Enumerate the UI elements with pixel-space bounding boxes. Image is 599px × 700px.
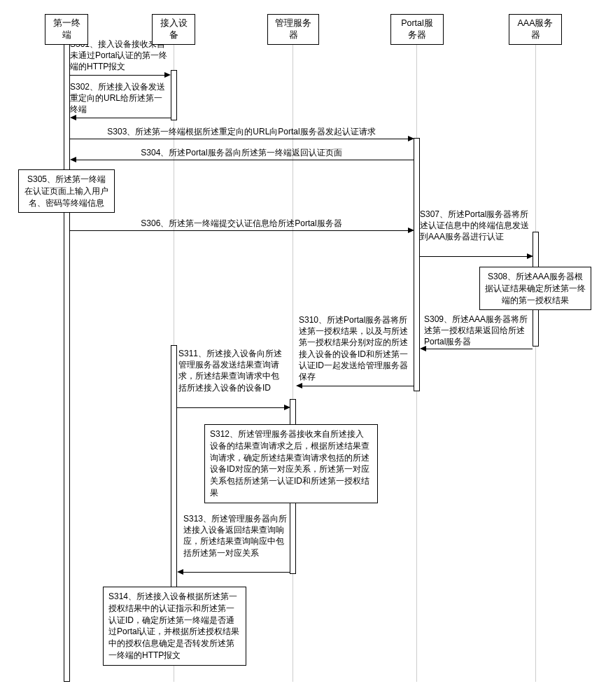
participant-management-server: 管理服务器 (267, 14, 319, 45)
msg-s302-label: S302、所述接入设备发送重定向的URL给所述第一终端 (70, 81, 170, 115)
participant-portal-server: Portal服务器 (390, 14, 444, 45)
msg-s310-label: S310、所述Portal服务器将所述第一授权结果，以及与所述第一授权结果分别对… (299, 314, 411, 382)
arrow-head-icon (296, 383, 302, 388)
activation-p4 (414, 138, 420, 391)
msg-s304-label: S304、所述Portal服务器向所述第一终端返回认证页面 (70, 147, 413, 158)
lifeline-p5 (535, 31, 536, 682)
msg-s309-arrow (426, 349, 533, 349)
msg-s309-label: S309、所述AAA服务器将所述第一授权结果返回给所述Portal服务器 (424, 314, 529, 348)
msg-s311-label: S311、所述接入设备向所述管理服务器发送结果查询请求，所述结果查询请求中包括所… (178, 348, 287, 393)
msg-s307-arrow (420, 256, 527, 257)
note-s312: S312、所述管理服务器接收来自所述接入设备的结果查询请求之后，根据所述结果查询… (204, 424, 378, 503)
arrow-head-icon (164, 72, 171, 78)
msg-s302-arrow (76, 118, 171, 118)
msg-s306-label: S306、所述第一终端提交认证信息给所述Portal服务器 (70, 218, 413, 229)
arrow-head-icon (70, 115, 76, 120)
msg-s303-label: S303、所述第一终端根据所述重定向的URL向Portal服务器发起认证请求 (70, 126, 413, 137)
msg-s304-arrow (76, 160, 414, 160)
msg-s313-label: S313、所述管理服务器向所述接入设备返回结果查询响应，所述结果查询响应中包括所… (183, 513, 290, 559)
msg-s306-arrow (70, 230, 408, 231)
note-s308: S308、所述AAA服务器根据认证结果确定所述第一终端的第一授权结果 (479, 267, 591, 310)
msg-s301-arrow (70, 75, 164, 76)
msg-s313-arrow (183, 572, 290, 573)
msg-s310-arrow (302, 386, 414, 386)
note-s314: S314、所述接入设备根据所述第一授权结果中的认证指示和所述第一认证ID，确定所… (103, 587, 246, 666)
arrow-head-icon (177, 569, 183, 575)
participant-first-terminal: 第一终端 (45, 14, 88, 45)
note-s305: S305、所述第一终端在认证页面上输入用户名、密码等终端信息 (18, 169, 115, 213)
msg-s307-label: S307、所述Portal服务器将所述认证信息中的终端信息发送到AAA服务器进行… (420, 209, 532, 243)
activation-p2-a (171, 70, 177, 120)
msg-s311-arrow (177, 407, 284, 408)
participant-access-device: 接入设备 (152, 14, 195, 45)
participant-aaa-server: AAA服务器 (509, 14, 562, 45)
activation-p1 (64, 38, 70, 682)
msg-s303-arrow (70, 139, 408, 139)
